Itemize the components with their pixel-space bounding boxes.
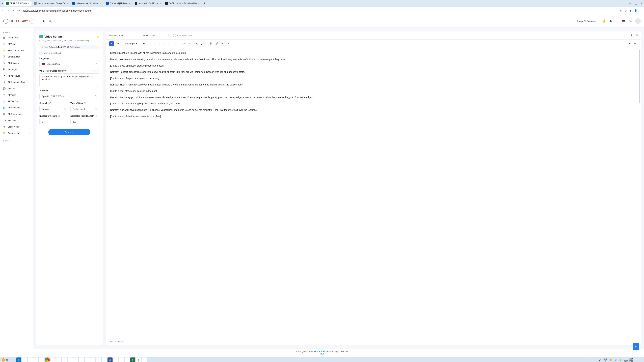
download-icon[interactable]: ⤓ xyxy=(630,34,632,37)
taskbar-app[interactable]: ▪ xyxy=(102,358,107,362)
bold-button[interactable]: B xyxy=(142,41,146,46)
sidebar-item-brand-voice[interactable]: ®Brand Voice xyxy=(0,123,33,130)
language-label[interactable]: En xyxy=(629,20,632,22)
sidebar-toggle-button[interactable]: ≡ xyxy=(43,19,44,23)
editor-paragraph[interactable]: Narrator: Add your favorite toppings lik… xyxy=(110,108,636,112)
sidebar-item-ai-vision[interactable]: 👁AI Vision xyxy=(0,92,33,98)
taskbar-word-icon[interactable]: W xyxy=(108,358,112,362)
paragraph-style-select[interactable]: Paragraph▾ xyxy=(123,42,138,45)
chrome-menu-icon[interactable]: ⋮ xyxy=(640,9,642,12)
taskbar-app[interactable]: ▪ xyxy=(22,358,27,362)
nav-forward-button[interactable]: → xyxy=(7,9,10,12)
tab-close-button[interactable]: ✕ xyxy=(66,2,68,5)
browser-tab[interactable]: Amazon.in: Surf Excel✕ xyxy=(133,1,163,6)
editor-content[interactable]: [Opening shot of a kitchen with all the … xyxy=(106,48,641,339)
url-input[interactable] xyxy=(23,9,618,12)
sidebar-item-ai-chat[interactable]: 💬AI Chat xyxy=(0,85,33,92)
fullscreen-icon[interactable]: ⛶ xyxy=(616,19,618,23)
tab-close-button[interactable]: ✕ xyxy=(28,2,30,5)
tray-icon[interactable]: ▪ xyxy=(642,359,642,361)
create-ai-document-button[interactable]: Create AI Document ˄ xyxy=(577,20,599,22)
align-right-button[interactable]: ≡ xyxy=(173,41,178,46)
window-close-button[interactable]: ✕ xyxy=(640,2,642,5)
taskbar-start-button[interactable]: ⊞ xyxy=(16,358,21,362)
browser-tab[interactable]: Surf Excel Matic Front Load De✕ xyxy=(164,1,202,6)
volume-icon[interactable]: 🔊 xyxy=(614,359,617,361)
ai-model-select[interactable]: OpenAI | GPT 3.5 Turbo ⇅ xyxy=(40,93,99,99)
taskbar-app[interactable]: ▪ xyxy=(90,358,96,362)
footer-brand-link[interactable]: CPRT Soft AI Tools xyxy=(312,350,331,353)
language-select[interactable]: English (USA) ˄ xyxy=(40,61,99,67)
tray-icon[interactable]: ▪ xyxy=(636,359,636,361)
wifi-icon[interactable]: 📶 xyxy=(610,359,612,361)
taskbar-app[interactable]: ▪ xyxy=(28,358,33,362)
taskbar-app[interactable]: ▪ xyxy=(68,358,72,362)
bookmark-star-icon[interactable]: ☆ xyxy=(620,9,622,12)
editor-paragraph[interactable]: [Cut to a shot of the finished omelette … xyxy=(110,114,636,118)
info-icon[interactable]: ⓘ xyxy=(49,102,51,104)
tray-icon[interactable]: ▪ xyxy=(590,359,590,361)
sidebar-item-documents[interactable]: 📁Documents› xyxy=(0,130,33,136)
resize-handle-icon[interactable]: ◢ xyxy=(97,85,98,86)
taskbar-app[interactable]: ▪ xyxy=(73,358,78,362)
scroll-to-top-button[interactable]: » xyxy=(632,343,639,350)
tray-mic-icon[interactable]: 🎤 xyxy=(599,359,601,361)
tab-search-icon[interactable]: ▾ xyxy=(2,2,3,5)
tab-close-button[interactable]: ✕ xyxy=(129,2,131,5)
taskbar-app[interactable]: ▪ xyxy=(119,358,124,362)
tray-chevron-icon[interactable]: ˄ xyxy=(578,359,578,361)
results-count-input[interactable] xyxy=(40,119,68,125)
tone-select[interactable]: Professional ⇅ xyxy=(70,106,99,112)
underline-button[interactable]: U xyxy=(153,41,158,46)
tray-icon[interactable]: ▪ xyxy=(581,359,582,361)
nav-reload-button[interactable]: ⟳ xyxy=(12,9,14,12)
labs-icon[interactable]: ⚗ xyxy=(625,9,627,12)
site-info-icon[interactable]: ⊶ xyxy=(16,9,21,12)
taskbar-app[interactable]: ▪ xyxy=(96,358,101,362)
editor-paragraph[interactable]: Narrator: To start, crack three eggs int… xyxy=(110,70,636,74)
taskbar-app[interactable]: ▪ xyxy=(79,358,84,362)
workbook-select[interactable]: All Workbooks ⇅ xyxy=(143,34,170,37)
browser-tab[interactable]: unilever-professional.com✕ xyxy=(70,1,104,6)
magic-wand-button[interactable]: ✨▾ xyxy=(115,41,120,46)
weather-widget[interactable]: 28° xyxy=(2,358,8,362)
taskbar-app[interactable]: ▪ xyxy=(113,358,118,362)
taskbar-chrome-icon[interactable] xyxy=(45,358,50,362)
nav-back-button[interactable]: ← xyxy=(2,9,4,12)
align-left-button[interactable]: ≡ xyxy=(161,41,166,46)
align-center-button[interactable]: ≡ xyxy=(167,41,172,46)
editor-paragraph[interactable]: Narrator: Let the eggs cook for a minute… xyxy=(110,95,636,99)
redo-button[interactable]: ↷ xyxy=(633,41,638,46)
tab-close-button[interactable]: ✕ xyxy=(100,2,102,5)
taskbar-app[interactable]: ▪ xyxy=(50,358,56,362)
editor-paragraph[interactable]: Narrator: Welcome to our cooking tutoria… xyxy=(110,57,636,61)
length-input[interactable] xyxy=(70,119,99,125)
taskbar-app[interactable]: ▪ xyxy=(39,358,44,362)
profile-icon[interactable]: 👤 xyxy=(634,9,637,12)
sidebar-item-ai-images[interactable]: 🖼AI Images xyxy=(0,66,33,72)
app-logo[interactable]: CPRT Soft xyxy=(3,18,34,24)
tray-icon[interactable]: ▪ xyxy=(639,359,639,361)
sidebar-item-smart-editor[interactable]: 📝Smart Editor xyxy=(0,53,33,60)
tray-icon[interactable]: ▪ xyxy=(584,359,584,361)
insert-image-button[interactable]: 🖼 xyxy=(209,41,214,46)
avatar[interactable] xyxy=(635,18,641,24)
tab-close-button[interactable]: ✕ xyxy=(159,2,161,5)
creativity-select[interactable]: Original ⇅ xyxy=(40,106,68,112)
editor-paragraph[interactable]: [Cut to a shot of adding toppings like c… xyxy=(110,102,636,106)
tray-icon[interactable]: ▪ xyxy=(593,359,593,361)
bullet-list-button[interactable]: ≣▾ xyxy=(181,41,186,46)
video-about-textarea[interactable]: A video about making the food recipe - o… xyxy=(40,73,99,87)
browser-tab[interactable]: CPRT Soft AI Tools✕ xyxy=(4,1,32,6)
editor-paragraph[interactable]: [Cut to a shot of the eggs cooking in th… xyxy=(110,89,636,93)
copy-icon[interactable]: ⎘ xyxy=(636,34,638,37)
sidebar-item-ai-chat-image[interactable]: 🖼AI Chat Image xyxy=(0,111,33,117)
sidebar-item-ai-rewriter[interactable]: ↻AI ReWriter xyxy=(0,60,33,66)
numbered-list-button[interactable]: ≣▾ xyxy=(187,41,191,46)
editor-paragraph[interactable]: Narrator: Heat a non-stick pan over medi… xyxy=(110,83,636,87)
downloads-icon[interactable]: ⤓ xyxy=(630,9,632,12)
code-block-button[interactable]: </> xyxy=(220,41,225,46)
browser-tab[interactable]: Surf excel | Unilever✕ xyxy=(104,1,132,6)
editor-paragraph[interactable]: [Cut to a close-up shot of cracking eggs… xyxy=(110,64,636,68)
taskbar-app[interactable]: ▪ xyxy=(56,358,61,362)
